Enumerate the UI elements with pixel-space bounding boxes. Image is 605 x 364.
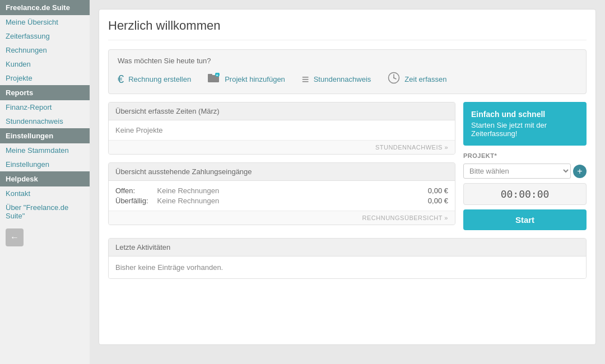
promo-title: Einfach und schnell xyxy=(471,110,579,119)
ueberfaellig-amount: 0,00 € xyxy=(428,197,448,205)
left-panels: Übersicht erfasste Zeiten (März) Keine P… xyxy=(108,102,455,230)
add-project-button[interactable]: + xyxy=(573,165,587,178)
projekt-label: PROJEKT* xyxy=(463,152,587,159)
promo-box: Einfach und schnell Starten Sie jetzt mi… xyxy=(463,102,587,146)
ueberfaellig-label: Überfällig: xyxy=(115,197,148,205)
clock-icon xyxy=(388,72,400,87)
list-icon: ≡ xyxy=(302,72,309,87)
rechnungsuebersicht-link[interactable]: RECHNUNGSÜBERSICHT » xyxy=(362,214,448,221)
activity-body: Bisher keine Einträge vorhanden. xyxy=(109,256,586,278)
quick-action-projekt-hinzufuegen[interactable]: + Projekt hinzufügen xyxy=(208,73,285,86)
offen-label: Offen: xyxy=(115,186,148,195)
quick-actions-label: Was möchten Sie heute tun? xyxy=(118,57,577,65)
main-inner: Herzlich willkommen Was möchten Sie heut… xyxy=(99,9,596,345)
ueberfaellig-desc: Keine Rechnungen xyxy=(157,197,419,205)
svg-text:+: + xyxy=(216,73,218,77)
sidebar-group-reports: Reports xyxy=(0,85,90,100)
sidebar-item-kontakt[interactable]: Kontakt xyxy=(0,186,90,200)
time-overview-body: Keine Projekte xyxy=(109,120,455,140)
sidebar: Freelance.de Suite Meine Übersicht Zeite… xyxy=(0,0,90,364)
back-button[interactable]: ← xyxy=(6,228,24,246)
svg-rect-1 xyxy=(208,74,212,76)
svg-point-7 xyxy=(393,77,394,78)
page-title: Herzlich willkommen xyxy=(108,18,587,40)
quick-action-stundennachweis[interactable]: ≡ Stundennachweis xyxy=(302,72,371,87)
sidebar-group-app: Freelance.de Suite xyxy=(0,0,90,15)
sidebar-item-projekte[interactable]: Projekte xyxy=(0,71,90,85)
sidebar-item-meine-stammdaten[interactable]: Meine Stammdaten xyxy=(0,143,90,157)
quick-actions-box: Was möchten Sie heute tun? € Rechnung er… xyxy=(108,49,587,94)
sidebar-item-ueber[interactable]: Über "Freelance.de Suite" xyxy=(0,200,90,223)
activity-header: Letzte Aktivitäten xyxy=(109,239,586,256)
sidebar-item-finanz-report[interactable]: Finanz-Report xyxy=(0,100,90,114)
sidebar-group-helpdesk: Helpdesk xyxy=(0,171,90,186)
sidebar-item-kunden[interactable]: Kunden xyxy=(0,57,90,71)
payments-overview-panel: Übersicht ausstehende Zahlungseingänge O… xyxy=(108,162,455,225)
start-button[interactable]: Start xyxy=(463,209,587,230)
offen-desc: Keine Rechnungen xyxy=(157,186,419,195)
sidebar-item-rechnungen[interactable]: Rechnungen xyxy=(0,43,90,57)
sidebar-group-einstellungen: Einstellungen xyxy=(0,128,90,143)
time-overview-panel: Übersicht erfasste Zeiten (März) Keine P… xyxy=(108,102,455,155)
main-content: Herzlich willkommen Was möchten Sie heut… xyxy=(90,0,605,364)
quick-actions-row: € Rechnung erstellen + Projekt hinzufüge… xyxy=(118,72,577,87)
sidebar-item-zeiterfassung[interactable]: Zeiterfassung xyxy=(0,29,90,43)
activity-box: Letzte Aktivitäten Bisher keine Einträge… xyxy=(108,238,587,279)
sidebar-item-einstellungen[interactable]: Einstellungen xyxy=(0,157,90,171)
sidebar-item-stundennachweis[interactable]: Stundennachweis xyxy=(0,114,90,128)
quick-action-rechnung-erstellen[interactable]: € Rechnung erstellen xyxy=(118,73,191,86)
time-overview-header: Übersicht erfasste Zeiten (März) xyxy=(109,102,455,120)
middle-row: Übersicht erfasste Zeiten (März) Keine P… xyxy=(108,102,587,230)
promo-subtitle: Starten Sie jetzt mit der Zeiterfassung! xyxy=(471,121,579,138)
offen-amount: 0,00 € xyxy=(428,186,448,195)
payments-grid: Offen: Keine Rechnungen 0,00 € Überfälli… xyxy=(109,181,455,211)
euro-icon: € xyxy=(118,73,124,86)
sidebar-item-meine-uebersicht[interactable]: Meine Übersicht xyxy=(0,15,90,29)
project-select[interactable]: Bitte wählen xyxy=(463,164,571,179)
folder-icon: + xyxy=(208,73,220,86)
payments-overview-header: Übersicht ausstehende Zahlungseingänge xyxy=(109,163,455,181)
timer-display: 00:00:00 xyxy=(463,183,587,205)
project-select-row: Bitte wählen + xyxy=(463,164,587,179)
right-panel: Einfach und schnell Starten Sie jetzt mi… xyxy=(463,102,587,230)
time-overview-footer[interactable]: STUNDENNACHWEIS » xyxy=(109,140,455,154)
stundennachweis-link[interactable]: STUNDENNACHWEIS » xyxy=(375,144,448,151)
quick-action-zeit-erfassen[interactable]: Zeit erfassen xyxy=(388,72,446,87)
payments-footer[interactable]: RECHNUNGSÜBERSICHT » xyxy=(109,211,455,225)
